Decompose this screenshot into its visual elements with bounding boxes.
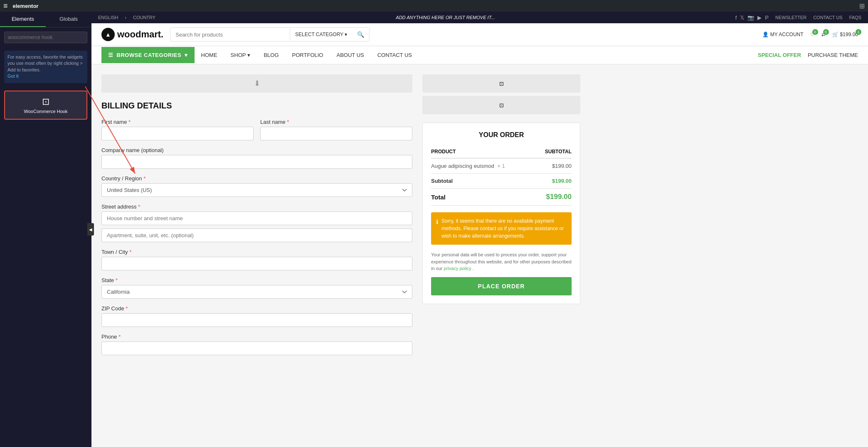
cart-icon-sym: 🛒 — [832, 32, 838, 37]
breadcrumb-icon: ⬇ — [254, 79, 260, 88]
order-breadcrumb1-icon: ⊡ — [499, 81, 504, 87]
my-account-link[interactable]: 👤 MY ACCOUNT — [762, 32, 804, 37]
street-group: Street address * — [101, 204, 412, 225]
site-topbar: ENGLISH › COUNTRY ADD ANYTHING HERE OR J… — [91, 12, 868, 23]
street-input[interactable] — [101, 211, 412, 225]
topbar-newsletter[interactable]: NEWSLETTER — [775, 15, 806, 20]
tab-globals[interactable]: Globals — [46, 12, 91, 27]
state-select[interactable]: California — [101, 285, 412, 299]
billing-title: BILLING DETAILS — [101, 101, 412, 111]
shop-chevron: ▾ — [247, 52, 250, 58]
wishlist-badge: 0 — [812, 29, 818, 35]
account-icon: 👤 — [762, 32, 769, 37]
browse-categories-button[interactable]: ☰ BROWSE CATEGORIES ▾ — [101, 47, 195, 63]
first-name-input[interactable] — [101, 127, 254, 140]
order-breadcrumb2-icon: ⊡ — [499, 102, 504, 108]
apt-input[interactable] — [101, 228, 412, 242]
admin-bar-title: elementor — [13, 3, 39, 9]
main-content: ENGLISH › COUNTRY ADD ANYTHING HERE OR J… — [91, 12, 868, 447]
compare-icon[interactable]: ⇄ 0 — [821, 32, 826, 37]
search-input[interactable] — [4, 32, 87, 43]
logo-icon: ▲ — [101, 28, 115, 41]
nav-home[interactable]: HOME — [195, 46, 224, 64]
subtotal-value: $199.00 — [534, 174, 572, 189]
topbar-country[interactable]: COUNTRY — [133, 15, 155, 20]
topbar-lang[interactable]: ENGLISH — [98, 15, 118, 20]
nav-about[interactable]: ABOUT US — [330, 46, 370, 64]
hint-text: For easy access, favorite the widgets yo… — [7, 54, 83, 72]
order-breadcrumb2: ⊡ — [422, 96, 580, 114]
company-input[interactable] — [101, 155, 412, 169]
zip-input[interactable] — [101, 313, 412, 327]
youtube-icon[interactable]: ▶ — [757, 15, 762, 21]
privacy-text: Your personal data will be used to proce… — [431, 251, 572, 272]
phone-input[interactable] — [101, 341, 412, 355]
logo-text: woodmart. — [117, 29, 163, 40]
order-subtotal-row: Subtotal $199.00 — [431, 174, 572, 189]
city-input[interactable] — [101, 257, 412, 270]
tab-elements[interactable]: Elements — [0, 12, 46, 27]
nav-shop[interactable]: SHOP ▾ — [224, 46, 257, 64]
special-offer-link[interactable]: SPECIAL OFFER — [758, 52, 801, 58]
pinterest-icon[interactable]: P — [765, 15, 769, 21]
nav-blog[interactable]: BLOG — [257, 46, 285, 64]
woocommerce-hook-widget[interactable]: ⊡ WooCommerce Hook — [4, 91, 87, 120]
order-column: ⊡ ⊡ YOUR ORDER PRODUCT SUBTOTAL — [422, 74, 580, 362]
compare-badge: 0 — [823, 29, 829, 35]
phone-group: Phone * — [101, 334, 412, 355]
nav-contact[interactable]: CONTACT US — [371, 46, 419, 64]
select-category[interactable]: SELECT CATEGORY ▾ — [290, 28, 352, 41]
zip-label: ZIP Code * — [101, 305, 412, 312]
site-logo[interactable]: ▲ woodmart. — [101, 28, 163, 41]
purchase-theme-link[interactable]: PURCHASE THEME — [808, 52, 858, 58]
sidebar-collapse-button[interactable]: ◀ — [87, 223, 94, 236]
city-label: Town / City * — [101, 249, 412, 255]
admin-bar-grid-icon[interactable]: ⊞ — [859, 2, 865, 10]
country-select[interactable]: United States (US) — [101, 183, 412, 197]
company-group: Company name (optional) — [101, 147, 412, 169]
place-order-button[interactable]: PLACE ORDER — [431, 277, 572, 295]
first-name-label: First name * — [101, 119, 254, 125]
apt-group — [101, 228, 412, 242]
wishlist-icon[interactable]: ♡ 0 — [810, 32, 815, 37]
facebook-icon[interactable]: f — [735, 15, 737, 21]
notice-text: Sorry, it seems that there are no availa… — [441, 217, 567, 240]
admin-bar-logo-icon[interactable]: ≡ — [3, 2, 8, 10]
browse-chevron-icon: ▾ — [185, 52, 188, 58]
search-button[interactable]: 🔍 — [352, 28, 369, 41]
order-item-row: Augue adipiscing euismod × 1 $199.00 — [431, 158, 572, 174]
state-group: State * California — [101, 277, 412, 299]
total-value: $199.00 — [534, 189, 572, 206]
subtotal-label: Subtotal — [431, 174, 534, 189]
hint-link[interactable]: Got It — [7, 74, 19, 79]
twitter-icon[interactable]: 𝕏 — [740, 15, 744, 21]
admin-bar: ≡ elementor ⊞ — [0, 0, 868, 12]
sidebar-search-container — [0, 27, 91, 47]
state-label: State * — [101, 277, 412, 283]
nav-links: HOME SHOP ▾ BLOG PORTFOLIO ABOUT US CONT… — [195, 46, 758, 64]
phone-label: Phone * — [101, 334, 412, 340]
last-name-input[interactable] — [260, 127, 412, 140]
name-row: First name * Last name * — [101, 119, 412, 140]
order-item-name: Augue adipiscing euismod × 1 — [431, 158, 534, 174]
page-wrapper: ⬇ BILLING DETAILS First name * Last name… — [91, 64, 590, 372]
privacy-policy-link[interactable]: privacy policy — [444, 266, 471, 271]
nav-portfolio[interactable]: PORTFOLIO — [286, 46, 330, 64]
widget-label: WooCommerce Hook — [10, 109, 81, 114]
topbar-contact[interactable]: CONTACT US — [813, 15, 843, 20]
sidebar: Elements Globals For easy access, favori… — [0, 12, 91, 447]
instagram-icon[interactable]: 📷 — [747, 15, 754, 21]
cart-badge: 1 — [856, 29, 861, 35]
browse-label: BROWSE CATEGORIES — [117, 52, 182, 58]
country-label: Country / Region * — [101, 175, 412, 182]
cart-icon[interactable]: 🛒 1 $199.00 — [832, 32, 858, 37]
topbar-faqs[interactable]: FAQS — [849, 15, 861, 20]
search-input[interactable] — [170, 28, 290, 41]
sidebar-hint: For easy access, favorite the widgets yo… — [4, 51, 87, 83]
payment-notice: ℹ Sorry, it seems that there are no avai… — [431, 212, 572, 245]
header-search: SELECT CATEGORY ▾ 🔍 — [170, 27, 370, 42]
select-category-label: SELECT CATEGORY — [295, 32, 343, 37]
checkout-breadcrumb: ⬇ — [101, 74, 412, 93]
woocommerce-hook-icon: ⊡ — [10, 96, 81, 107]
my-account-label: MY ACCOUNT — [770, 32, 804, 37]
